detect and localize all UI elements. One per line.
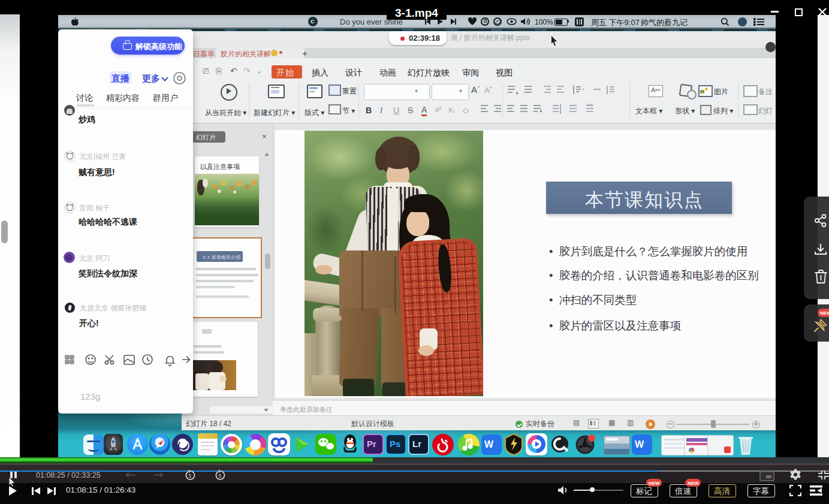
svg-text:5: 5: [189, 473, 192, 479]
svg-text:5: 5: [219, 473, 222, 479]
